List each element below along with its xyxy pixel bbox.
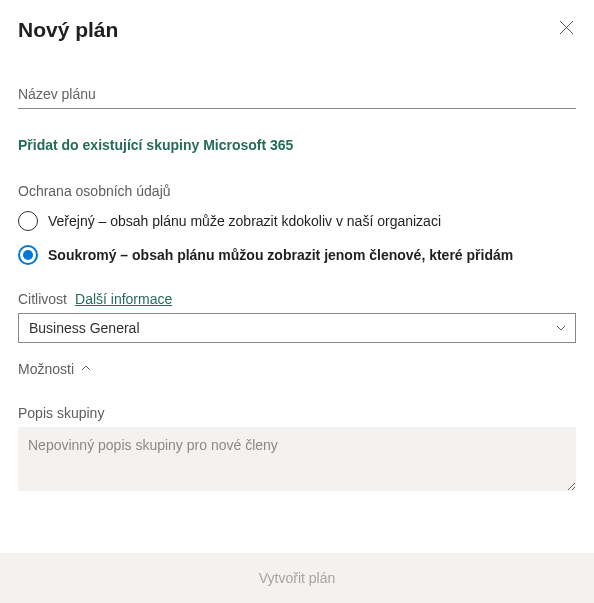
sensitivity-row: Citlivost Další informace — [18, 291, 576, 307]
sensitivity-select-value: Business General — [29, 320, 140, 336]
sensitivity-select[interactable]: Business General — [18, 313, 576, 343]
group-description-label: Popis skupiny — [18, 405, 576, 421]
chevron-up-icon — [80, 361, 92, 377]
dialog-footer: Vytvořit plán — [0, 553, 594, 603]
privacy-section-label: Ochrana osobních údajů — [18, 183, 576, 199]
dialog-header: Nový plán — [18, 18, 576, 42]
privacy-option-public[interactable]: Veřejný – obsah plánu může zobrazit kdok… — [18, 211, 576, 231]
group-description-textarea[interactable] — [18, 427, 576, 491]
radio-checked-icon — [18, 245, 38, 265]
dialog-title: Nový plán — [18, 18, 118, 42]
privacy-option-label: Soukromý – obsah plánu můžou zobrazit je… — [48, 247, 513, 263]
privacy-option-private[interactable]: Soukromý – obsah plánu můžou zobrazit je… — [18, 245, 576, 265]
plan-name-input[interactable] — [18, 80, 576, 109]
options-toggle[interactable]: Možnosti — [18, 361, 92, 377]
options-toggle-label: Možnosti — [18, 361, 74, 377]
chevron-down-icon — [555, 322, 567, 334]
create-plan-button[interactable]: Vytvořit plán — [259, 570, 336, 586]
sensitivity-label: Citlivost — [18, 291, 67, 307]
sensitivity-learn-more-link[interactable]: Další informace — [75, 291, 172, 307]
privacy-radio-group: Veřejný – obsah plánu může zobrazit kdok… — [18, 211, 576, 265]
radio-unchecked-icon — [18, 211, 38, 231]
close-icon — [559, 20, 574, 35]
privacy-option-label: Veřejný – obsah plánu může zobrazit kdok… — [48, 213, 441, 229]
close-button[interactable] — [557, 18, 576, 37]
add-to-group-link[interactable]: Přidat do existující skupiny Microsoft 3… — [18, 137, 293, 153]
